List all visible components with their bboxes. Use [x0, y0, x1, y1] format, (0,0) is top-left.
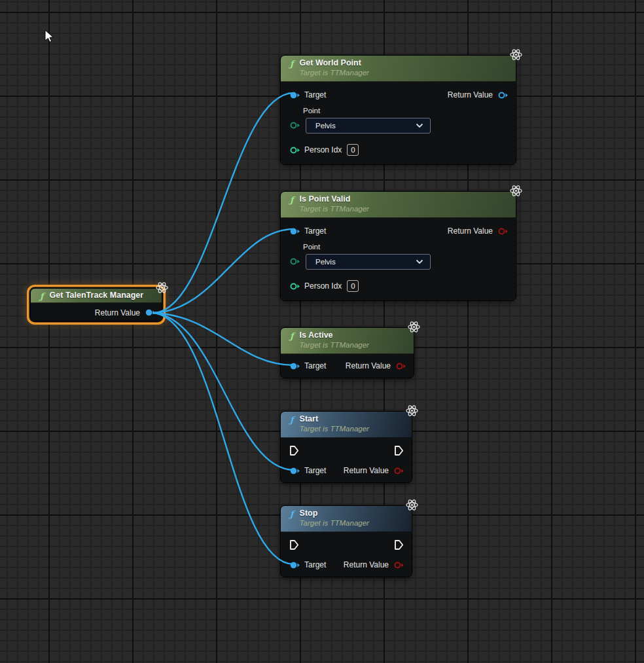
person-idx-label: Person Idx: [304, 281, 342, 291]
function-icon: ƒ: [290, 59, 294, 69]
point-pin[interactable]: [289, 121, 300, 130]
exec-out-pin[interactable]: [394, 445, 404, 456]
wire-manager-to-is-point-valid[interactable]: [153, 229, 294, 313]
target-label: Target: [304, 226, 326, 236]
person-idx-input[interactable]: 0: [347, 280, 359, 292]
node-stop[interactable]: ƒ Stop Target is TTManager: [280, 505, 412, 577]
return-value-pin[interactable]: [497, 91, 508, 99]
target-pin[interactable]: [289, 362, 300, 370]
target-label: Target: [304, 90, 326, 99]
atom-icon: [509, 48, 523, 64]
mouse-cursor-icon: [45, 29, 54, 46]
node-title: Get World Point: [300, 58, 369, 68]
wire-manager-to-is-active[interactable]: [153, 313, 294, 365]
atom-icon: [155, 281, 169, 297]
person-idx-input[interactable]: 0: [347, 144, 359, 156]
point-dropdown-value: Pelvis: [315, 122, 336, 130]
person-idx-label: Person Idx: [304, 145, 342, 154]
node-title: Start: [300, 414, 369, 424]
function-icon: ƒ: [290, 509, 294, 519]
atom-icon: [405, 498, 419, 514]
exec-in-pin[interactable]: [289, 445, 299, 456]
blueprint-canvas[interactable]: ƒ Get TalenTrack Manager Return Value ƒ …: [0, 0, 644, 663]
atom-icon: [407, 320, 421, 336]
target-pin[interactable]: [289, 467, 300, 475]
node-subtitle: Target is TTManager: [300, 68, 369, 78]
function-icon: ƒ: [290, 415, 294, 425]
return-value-label: Return Value: [448, 226, 493, 236]
target-label: Target: [304, 361, 326, 370]
return-value-pin[interactable]: [497, 227, 508, 236]
node-title: Is Active: [300, 331, 369, 340]
node-subtitle: Target is TTManager: [300, 424, 369, 434]
point-pin[interactable]: [289, 257, 300, 266]
return-value-label: Return Value: [346, 361, 391, 370]
point-label: Point: [303, 107, 516, 116]
return-value-label: Return Value: [95, 308, 140, 317]
function-icon: ƒ: [290, 195, 294, 205]
exec-in-pin[interactable]: [289, 539, 299, 550]
node-title: Get TalenTrack Manager: [50, 291, 144, 300]
person-idx-pin[interactable]: [289, 146, 300, 154]
function-icon: ƒ: [40, 291, 44, 301]
point-dropdown-value: Pelvis: [315, 258, 336, 266]
node-start[interactable]: ƒ Start Target is TTManager: [280, 411, 412, 483]
chevron-down-icon: [416, 259, 423, 264]
node-title: Is Point Valid: [300, 194, 369, 204]
wire-manager-to-start[interactable]: [153, 313, 294, 470]
return-value-pin[interactable]: [395, 362, 406, 370]
person-idx-pin[interactable]: [289, 282, 300, 291]
point-dropdown[interactable]: Pelvis: [306, 254, 431, 270]
node-subtitle: Target is TTManager: [300, 340, 369, 350]
exec-out-pin[interactable]: [394, 539, 404, 550]
wire-manager-to-stop[interactable]: [153, 313, 294, 564]
point-label: Point: [303, 243, 516, 253]
return-value-pin[interactable]: [145, 308, 155, 317]
node-is-active[interactable]: ƒ Is Active Target is TTManager Target R…: [280, 327, 414, 378]
chevron-down-icon: [416, 123, 423, 128]
return-value-label: Return Value: [344, 466, 389, 475]
target-pin[interactable]: [289, 227, 300, 236]
node-is-point-valid[interactable]: ƒ Is Point Valid Target is TTManager Tar…: [280, 191, 516, 301]
target-pin[interactable]: [289, 561, 300, 569]
target-label: Target: [304, 560, 326, 569]
function-icon: ƒ: [290, 331, 294, 341]
atom-icon: [509, 184, 523, 200]
target-pin[interactable]: [289, 91, 300, 99]
return-value-pin[interactable]: [393, 561, 404, 569]
target-label: Target: [304, 466, 326, 475]
node-get-talentrack-manager[interactable]: ƒ Get TalenTrack Manager Return Value: [30, 288, 162, 321]
atom-icon: [405, 404, 419, 420]
return-value-label: Return Value: [448, 90, 493, 99]
node-subtitle: Target is TTManager: [300, 518, 369, 528]
return-value-label: Return Value: [344, 560, 389, 569]
node-subtitle: Target is TTManager: [300, 204, 369, 214]
return-value-pin[interactable]: [393, 467, 404, 475]
node-get-world-point[interactable]: ƒ Get World Point Target is TTManager Ta…: [280, 55, 516, 165]
wire-manager-to-get-world-point[interactable]: [153, 93, 294, 313]
node-title: Stop: [300, 509, 369, 518]
point-dropdown[interactable]: Pelvis: [306, 118, 431, 134]
